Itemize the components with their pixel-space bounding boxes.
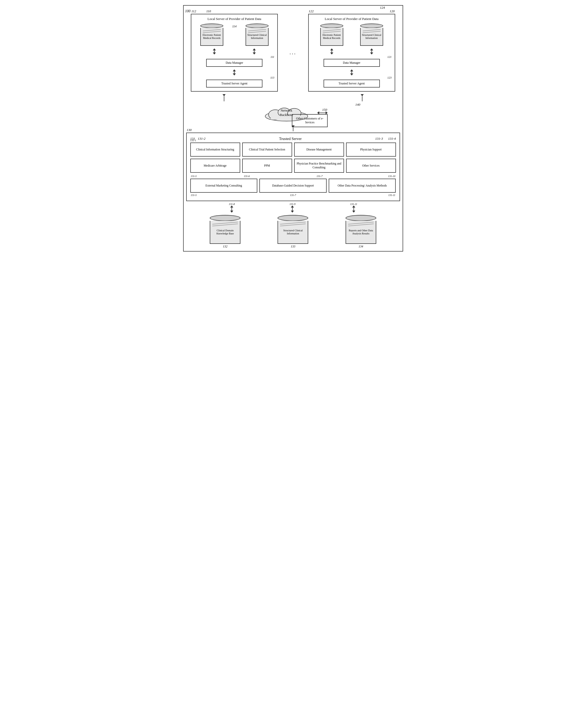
left-db-row: Electronic Patient Medical Records 114 S…	[194, 23, 274, 46]
db-reports: Reports and Other Data Analysis Results	[347, 215, 375, 244]
ref-150: 150	[322, 108, 327, 112]
arrow-right-db-right	[370, 48, 373, 54]
ref-124: 124	[380, 6, 385, 10]
ref-132: 132	[223, 244, 228, 249]
ref-110: 110	[206, 9, 211, 13]
db-133-label: Structured Clinical Information	[279, 228, 307, 236]
ref-111: 111	[194, 55, 274, 58]
left-data-manager: Data Manager	[206, 59, 262, 67]
right-db-row: Electronic Patient Medical Records Struc…	[312, 23, 392, 46]
main-diagram: 100 112 110 Local Server of Provider of …	[183, 5, 403, 252]
arrow-left-to-network	[222, 94, 225, 96]
ref-113: 113	[194, 76, 274, 79]
ref-arrow-131-11: 131-11	[350, 203, 357, 206]
right-db-structured: Structured Clinical Information	[357, 23, 386, 46]
ref-131-7b: 131-7	[259, 194, 327, 197]
arrow-right-dm	[350, 69, 353, 76]
service-clinical-info-structuring: Clinical Information Structuring	[190, 142, 240, 157]
right-db-structured-label: Structured Clinical Information	[362, 33, 382, 41]
arrow-right-db-left	[330, 48, 333, 54]
ref-140: 140	[355, 103, 361, 107]
ref-131-11: 131-11	[327, 194, 395, 197]
continuation-dots: ...	[290, 50, 296, 55]
ref-123: 123	[312, 76, 392, 79]
ref-114: 114	[232, 25, 237, 28]
top-provider-section: 112 110 Local Server of Provider of Pati…	[186, 14, 400, 92]
ref-100: 100	[185, 9, 191, 13]
right-provider-box: Local Server of Provider of Patient Data…	[308, 14, 395, 92]
db-134-label: Reports and Other Data Analysis Results	[347, 228, 374, 236]
right-db-electronic-label: Electronic Patient Medical Records	[321, 33, 342, 41]
arrow-left-db-left	[213, 48, 216, 54]
ref-arrow-131-8: 131-8	[229, 203, 235, 206]
left-db-structured-label: Structured Clinical Information	[247, 33, 267, 41]
arrow-left-dm	[233, 69, 236, 76]
db-structured-clinical: Structured Clinical Information	[279, 215, 307, 244]
arrow-left-db-right	[253, 48, 256, 54]
service-row-3: External Marketing Consulting Database-G…	[190, 179, 396, 193]
bottom-database-section: Clinical Domain Knowledge Base 132 Struc…	[186, 215, 400, 249]
right-trusted-agent: Trusted Server Agent	[324, 80, 380, 87]
right-db-electronic: Electronic Patient Medical Records	[318, 23, 346, 46]
service-ppm: PPM	[242, 159, 292, 173]
left-db-electronic: Electronic Patient Medical Records	[198, 23, 226, 46]
network-label: Network Backbone	[280, 108, 293, 117]
service-physician-support: Physician Support	[346, 142, 396, 157]
ref-131-5b: 131-5	[191, 194, 259, 197]
service-physician-practice: Physician Practice Benchmarking and Cons…	[294, 159, 344, 173]
service-disease-mgmt: Disease Management	[294, 142, 344, 157]
right-data-manager: Data Manager	[324, 59, 380, 67]
other-customers-box: Other Customers of e-Sevices	[292, 114, 328, 127]
arrow-to-db-134	[352, 206, 355, 213]
service-external-marketing: External Marketing Consulting	[190, 179, 258, 193]
left-db-structured: Structured Clinical Information	[243, 23, 271, 46]
trusted-server-title: Trusted Server	[208, 137, 372, 141]
ref-133: 133	[291, 244, 295, 249]
service-other-data: Other Data Processing/ Analysis Methods	[329, 179, 396, 193]
trusted-server-box: 131 131-2 Trusted Server 131-3 131-4 131…	[186, 133, 400, 201]
right-provider-title: Local Server of Provider of Patient Data	[312, 17, 392, 21]
service-other-services: Other Services	[346, 159, 396, 173]
arrow-to-db-132	[230, 206, 233, 213]
left-trusted-agent: Trusted Server Agent	[206, 80, 262, 87]
arrow-to-db-133	[291, 206, 294, 213]
ref-131-6: 131-6	[241, 175, 294, 178]
arrow-right-to-network	[361, 94, 364, 96]
service-medicare-arbitrage: Medicare Arbitrage	[190, 159, 240, 173]
db-132-wrap: Clinical Domain Knowledge Base 132	[211, 215, 239, 249]
ref-131-5: 131-5	[191, 175, 241, 178]
db-clinical-domain: Clinical Domain Knowledge Base	[211, 215, 239, 244]
ref-121: 121	[312, 55, 392, 58]
left-db-electronic-label: Electronic Patient Medical Records	[202, 33, 222, 41]
service-row-2: Medicare Arbitrage PPM Physician Practic…	[190, 159, 396, 173]
ref-112: 112	[191, 9, 196, 13]
db-133-wrap: Structured Clinical Information 133	[279, 215, 307, 249]
service-clinical-trial: Clinical Trial Patient Selection	[242, 142, 292, 157]
left-provider-title: Local Server of Provider of Patient Data	[194, 17, 274, 21]
ref-134: 134	[358, 244, 363, 249]
ref-122: 122	[309, 9, 314, 13]
ref-131-1: 131-1	[190, 139, 196, 142]
ref-131-7: 131-7	[294, 175, 345, 178]
ref-arrow-131-9: 131-9	[290, 203, 295, 206]
ref-131-10: 131-10	[345, 175, 395, 178]
service-row-1: 131-1 Clinical Information Structuring C…	[190, 142, 396, 157]
ref-130: 130	[187, 128, 192, 132]
service-db-guided: Database-Guided Decision Support	[259, 179, 327, 193]
db-134-wrap: Reports and Other Data Analysis Results …	[347, 215, 375, 249]
left-provider-box: Local Server of Provider of Patient Data…	[191, 14, 278, 92]
db-132-label: Clinical Domain Knowledge Base	[212, 228, 239, 236]
ref-120: 120	[390, 9, 395, 13]
